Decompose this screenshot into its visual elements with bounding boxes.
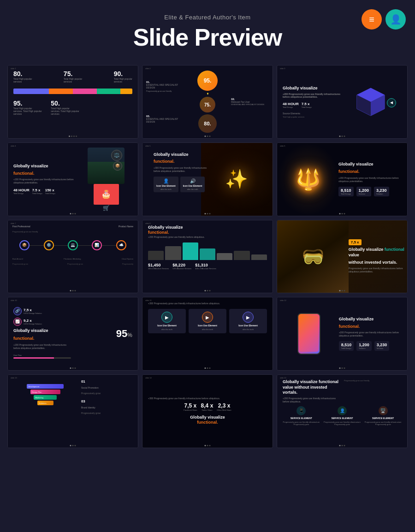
slide-num-1: slide 1 bbox=[11, 67, 16, 70]
slide-5[interactable]: slide 5 ✨ Globally visualize functional.… bbox=[142, 142, 273, 216]
slide-15[interactable]: slide 15 Globally visualize functional v… bbox=[277, 374, 408, 448]
slide-dots-1 bbox=[69, 136, 77, 137]
phone-mockup bbox=[297, 313, 320, 355]
header-title: Slide Preview bbox=[9, 24, 406, 51]
slide-9[interactable]: slide 9 🥽 7,5 x Globally visualize funct… bbox=[277, 220, 408, 294]
color-bars bbox=[13, 89, 132, 94]
slides-grid: slide 1 80. Total High popularservices 7… bbox=[0, 60, 415, 457]
elite-badge: ≡ bbox=[362, 9, 382, 30]
glow-icon: 🔱 bbox=[296, 167, 321, 191]
stat-90: 90. bbox=[114, 70, 132, 77]
red-square: 🎂 bbox=[94, 184, 119, 205]
header-subtitle: Elite & Featured Author's Item bbox=[9, 14, 406, 21]
circle-75: 75. bbox=[200, 97, 215, 112]
slide-num-2: slide 2 bbox=[145, 67, 151, 70]
slide-10[interactable]: slide 10 🔗 7,5 x UX/UI Design Solution 📈… bbox=[7, 297, 138, 371]
slide4-title: Globally visualize bbox=[13, 164, 76, 169]
slide-8[interactable]: slide 8 Globally visualize functional. +… bbox=[142, 220, 273, 294]
slide-6[interactable]: slide 6 🔱 Globally visualize functional.… bbox=[277, 142, 408, 216]
slide-14[interactable]: slide 14 +300 Progressively grow use fri… bbox=[142, 374, 273, 448]
slide-11[interactable]: slide 11 +300 Progressively grow use fri… bbox=[142, 297, 273, 371]
author-badges: ≡ 👤 bbox=[362, 9, 406, 30]
slide3-title: Globally visualize bbox=[283, 86, 345, 91]
slide-2[interactable]: slide 2 01. ESSENTIAL AND SPECIALIST DES… bbox=[142, 65, 273, 139]
page-header: ≡ 👤 Elite & Featured Author's Item Slide… bbox=[0, 0, 415, 60]
featured-badge: 👤 bbox=[385, 9, 406, 30]
slide-1[interactable]: slide 1 80. Total High popularservices 7… bbox=[7, 65, 138, 139]
stat-80: 80. bbox=[13, 70, 32, 77]
circle-95: 95. bbox=[197, 71, 218, 91]
bar-chart bbox=[148, 242, 267, 260]
circle-80: 80. bbox=[198, 114, 217, 133]
slide-12[interactable]: slide 12 Globally visualize functional. … bbox=[277, 297, 408, 371]
slide-7[interactable]: slide 7 First Professional Product Name … bbox=[7, 220, 138, 294]
cube-svg bbox=[355, 86, 387, 118]
slide-3[interactable]: slide 3 Globally visualize +200 Progress… bbox=[277, 65, 408, 139]
stats-row-1: 80. Total High popularservices 75. Total… bbox=[13, 70, 132, 83]
slide-4[interactable]: slide 4 Globally visualize functional. +… bbox=[7, 142, 138, 216]
slide-13[interactable]: slide 13 Development Design Plan Marketi… bbox=[7, 374, 138, 448]
bottom-stats: 95. Total High popularservices. Total Hi… bbox=[13, 100, 132, 115]
stat-75: 75. bbox=[64, 70, 82, 77]
